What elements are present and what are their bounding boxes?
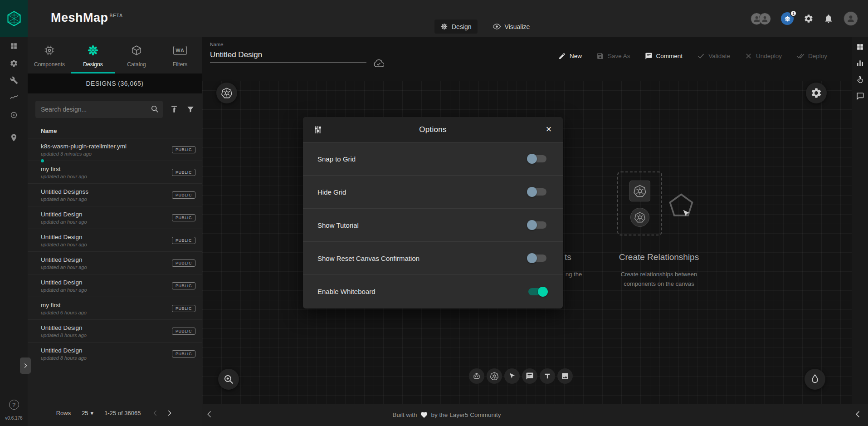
import-design-button[interactable]: [170, 105, 179, 114]
rail-expand-handle[interactable]: [20, 357, 31, 374]
rail-environment-button[interactable]: [0, 129, 28, 146]
design-list-item[interactable]: Untitled Design updated 8 hours ago PUBL…: [28, 320, 202, 343]
design-list-item[interactable]: k8s-wasm-plugin-ratelimiter.yml updated …: [28, 138, 202, 161]
tab-designs[interactable]: Designs: [71, 37, 115, 73]
tool-app-button[interactable]: [469, 368, 484, 384]
search-box: [35, 101, 163, 118]
save-as-button[interactable]: Save As: [596, 52, 630, 60]
tool-media-button[interactable]: [557, 368, 573, 384]
kanvas-design-icon: [440, 23, 448, 30]
validate-button[interactable]: Validate: [697, 52, 730, 60]
kubernetes-icon: [490, 372, 499, 381]
bell-icon: [824, 14, 834, 24]
previous-page-button[interactable]: [151, 409, 159, 417]
collaborator-avatar[interactable]: [759, 13, 771, 25]
eye-icon: [493, 22, 501, 31]
visibility-badge: PUBLIC: [172, 328, 195, 335]
collaborator-avatars[interactable]: [751, 13, 771, 25]
visibility-badge: PUBLIC: [172, 237, 195, 244]
onboarding-drop-zone: [617, 171, 662, 235]
dock-chat-button[interactable]: [856, 92, 864, 100]
tool-text-button[interactable]: [540, 368, 555, 384]
visibility-badge: PUBLIC: [172, 305, 195, 312]
next-page-button[interactable]: [166, 409, 173, 417]
rail-settings-button[interactable]: [0, 54, 28, 72]
chevron-left-icon: [151, 409, 159, 417]
toggle-knob: [527, 187, 537, 197]
toggle-switch[interactable]: [528, 255, 546, 262]
toggle-switch[interactable]: [528, 288, 546, 295]
design-name-label: Name: [210, 42, 366, 47]
design-list-item[interactable]: Untitled Design updated an hour ago PUBL…: [28, 229, 202, 252]
zoom-button[interactable]: [218, 369, 239, 390]
close-modal-button[interactable]: ×: [543, 123, 555, 135]
rail-performance-button[interactable]: [0, 89, 28, 106]
comment-button[interactable]: Comment: [645, 52, 683, 60]
design-list: k8s-wasm-plugin-ratelimiter.yml updated …: [28, 138, 202, 365]
filter-list-button[interactable]: [186, 105, 195, 113]
toggle-switch[interactable]: [528, 155, 546, 162]
design-mode-button[interactable]: Design: [434, 20, 478, 34]
toggle-knob: [527, 154, 537, 164]
design-list-item[interactable]: my first updated 6 hours ago PUBLIC: [28, 297, 202, 320]
dock-dashboard-button[interactable]: [856, 43, 864, 51]
design-name-input[interactable]: [210, 47, 366, 63]
collapse-panel-button[interactable]: [205, 410, 214, 419]
tool-kubernetes-button[interactable]: [487, 368, 502, 384]
deploy-button[interactable]: Deploy: [796, 52, 827, 60]
canvas-kubernetes-button[interactable]: [216, 83, 237, 103]
app-switcher-button[interactable]: 1: [781, 12, 794, 25]
canvas-options-button[interactable]: [806, 83, 827, 103]
occluded-hint-title: ts: [565, 252, 571, 262]
ink-drop-icon: [809, 373, 821, 385]
search-design-input[interactable]: [35, 101, 163, 118]
caret-down-icon: ▾: [91, 410, 94, 416]
rail-toolbox-button[interactable]: [0, 72, 28, 89]
visibility-badge: PUBLIC: [172, 282, 195, 289]
toggle-switch[interactable]: [528, 188, 546, 196]
settings-button[interactable]: [804, 14, 814, 24]
option-row: Show Reset Canvas Confirmation: [303, 242, 563, 275]
notifications-button[interactable]: [824, 14, 834, 24]
design-name-field: Name: [210, 42, 366, 63]
design-list-item[interactable]: Untitled Designss updated an hour ago PU…: [28, 184, 202, 206]
new-design-button[interactable]: New: [558, 52, 582, 60]
zoom-in-icon: [223, 373, 234, 385]
rail-lifecycle-button[interactable]: [0, 106, 28, 123]
meshery-logo-button[interactable]: [0, 0, 28, 37]
user-avatar[interactable]: [844, 11, 858, 26]
design-list-item[interactable]: Untitled Design updated an hour ago PUBL…: [28, 252, 202, 274]
tune-sliders-icon: [313, 125, 323, 135]
tab-catalog[interactable]: Catalog: [115, 37, 158, 73]
design-list-item[interactable]: Untitled Design updated an hour ago PUBL…: [28, 274, 202, 297]
pencil-icon: [558, 52, 566, 60]
tab-components[interactable]: Components: [28, 37, 71, 73]
toggle-switch[interactable]: [528, 221, 546, 229]
visibility-badge: PUBLIC: [172, 146, 195, 153]
options-modal: Options × Snap to Grid Hide Grid Show Tu…: [303, 117, 563, 308]
component-circle-tile: [630, 208, 649, 227]
search-icon[interactable]: [150, 104, 159, 113]
upload-icon: [170, 105, 179, 114]
design-list-item[interactable]: my first updated an hour ago PUBLIC: [28, 161, 202, 184]
undeploy-button[interactable]: Undeploy: [745, 52, 782, 60]
collapse-dock-button[interactable]: [853, 410, 863, 419]
comment-icon: [526, 372, 534, 380]
tool-comment-button[interactable]: [522, 368, 537, 384]
design-list-item[interactable]: Untitled Design updated an hour ago PUBL…: [28, 206, 202, 229]
rows-per-page-select[interactable]: 25 ▾: [82, 410, 93, 416]
visualize-mode-button[interactable]: Visualize: [487, 19, 536, 34]
annotation-tool-button[interactable]: [805, 369, 825, 390]
visualize-mode-label: Visualize: [505, 23, 530, 30]
dock-metrics-button[interactable]: [856, 59, 864, 68]
tab-label: Catalog: [127, 61, 146, 68]
tab-filters[interactable]: WA Filters: [158, 37, 202, 73]
meshmap-app: MeshMapBETA Design Visualize 1: [0, 0, 868, 426]
dock-interact-button[interactable]: [856, 75, 864, 84]
help-button[interactable]: ?: [9, 400, 19, 410]
grid-icon: [856, 43, 864, 51]
design-list-item[interactable]: Untitled Design updated 8 hours ago PUBL…: [28, 343, 202, 365]
tool-select-button[interactable]: [504, 368, 520, 384]
rail-dashboard-button[interactable]: [0, 37, 28, 54]
gear-icon: [10, 59, 18, 68]
